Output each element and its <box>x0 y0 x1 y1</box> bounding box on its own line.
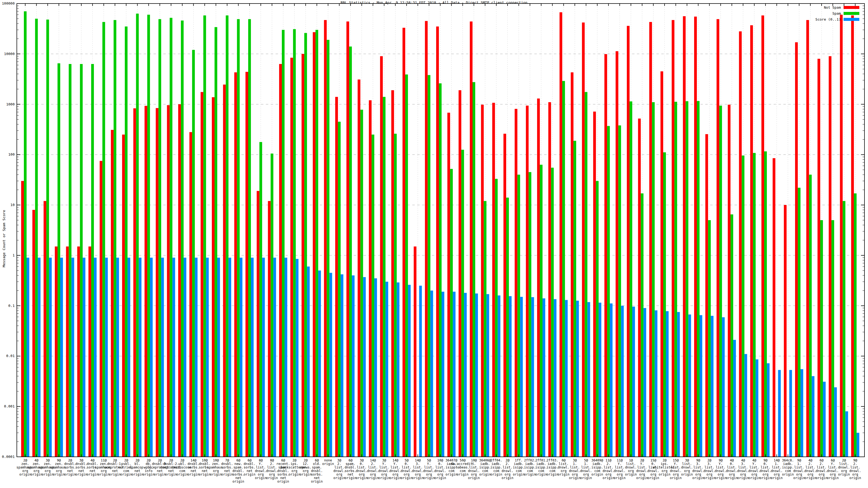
bar <box>235 72 237 457</box>
x-category-label: 4@2.list.dnswl.orgorigin <box>805 458 816 480</box>
x-category-label: 5@1.list.dnswl.orgorigin <box>580 458 592 480</box>
bar <box>293 29 296 457</box>
bar <box>548 102 551 457</box>
bar <box>38 258 40 457</box>
y-tick-label: 1000 <box>6 102 14 106</box>
bar <box>484 201 486 457</box>
bar <box>554 299 556 457</box>
x-category-label: 14@2.list.dnswl.orgorigin <box>367 458 379 480</box>
bar <box>571 72 574 457</box>
bar <box>607 126 610 457</box>
bar <box>99 161 102 457</box>
bar <box>851 15 854 457</box>
bar <box>744 354 747 457</box>
bar <box>122 134 125 457</box>
bar <box>560 12 562 457</box>
bars <box>21 11 859 457</box>
bar <box>358 79 361 457</box>
x-category-label: 36409@iadb.isipp.comorigin <box>591 458 603 476</box>
bar <box>817 59 820 457</box>
bar <box>498 295 500 457</box>
x-category-label: 11@Y.list.dnswl.orgorigin <box>614 458 625 480</box>
bar <box>240 258 243 457</box>
bar <box>604 54 607 457</box>
bar <box>136 13 139 457</box>
bar <box>315 30 318 457</box>
x-category-label: 3@Y.list.dnswl.orgorigin <box>378 458 390 480</box>
bar <box>643 308 646 457</box>
x-category-label: 6@old.spam.dnsbl.sorbs.netorigin <box>311 458 322 483</box>
chart-canvas: 1000001000010001001010.10.010.0010.0001 … <box>0 0 868 488</box>
bar <box>318 270 321 457</box>
bar <box>71 258 74 457</box>
bar <box>361 110 363 457</box>
bar <box>223 85 226 457</box>
bar <box>251 258 254 457</box>
bar <box>189 132 192 457</box>
page: { "title": "RBL Statistics - Mon Apr 9 1… <box>0 0 868 488</box>
bar <box>217 258 220 457</box>
legend-label-score: Score (0..1) <box>815 18 841 22</box>
bar <box>694 17 697 457</box>
bar <box>329 273 332 457</box>
bar <box>44 201 46 457</box>
bar <box>616 51 618 457</box>
bar <box>461 150 464 457</box>
bar <box>147 14 150 457</box>
bar <box>778 370 781 457</box>
bar <box>178 104 181 457</box>
bar <box>184 258 186 457</box>
x-category-label: 10@Y.list.dnswl.orgorigin <box>468 458 479 480</box>
bar <box>394 134 397 457</box>
bar <box>341 274 343 457</box>
bar <box>372 134 374 457</box>
bar <box>167 105 170 457</box>
bar <box>542 298 545 457</box>
x-category-label: 7@dnsbl.sorbs.netorigin <box>221 458 233 476</box>
bar <box>784 205 786 457</box>
bar <box>495 179 498 457</box>
bar <box>789 370 792 457</box>
bar <box>284 258 287 457</box>
bar <box>537 98 540 457</box>
bar <box>472 82 475 457</box>
bar <box>708 220 711 457</box>
bar <box>576 301 579 457</box>
bar <box>509 296 512 457</box>
x-category-label: 2@12.apews.orgorigin <box>300 458 311 476</box>
bar <box>385 282 388 457</box>
bar <box>83 258 86 457</box>
bar <box>596 181 599 457</box>
bar <box>470 22 472 457</box>
bar <box>663 152 666 457</box>
x-category-label: 3@list.dnswl.orgorigin <box>681 458 693 476</box>
legend-swatch-not-spam <box>844 6 859 9</box>
bar <box>632 306 635 457</box>
x-category-label: 14@1.list.dnswl.orgorigin <box>771 458 782 480</box>
bar <box>686 101 688 457</box>
bar <box>750 25 753 457</box>
x-category-label: 6@2.list.dnswl.orgorigin <box>816 458 827 480</box>
bar <box>215 27 217 457</box>
bar <box>731 215 733 457</box>
x-category-label: 2@list.dnswl.orgorigin <box>838 458 850 476</box>
bar <box>450 169 453 457</box>
x-category-label: 6@recent.spam.dnsbl.sorbs.netorigin <box>276 458 290 483</box>
bar <box>327 40 329 457</box>
x-category-label: 9@2.list.dnswl.orgorigin <box>849 458 861 480</box>
bar <box>212 97 215 457</box>
bar <box>150 258 153 457</box>
x-category-label: 6@spam.dnsbl.sorbs.netorigin <box>344 458 356 480</box>
bar <box>125 27 127 457</box>
bar <box>655 311 657 457</box>
bar <box>206 258 209 457</box>
bar <box>442 292 444 457</box>
bar <box>529 172 531 457</box>
bar <box>282 30 284 457</box>
x-category-label: 5@Y.list.dnswl.orgorigin <box>423 458 435 480</box>
bar <box>629 101 632 457</box>
bar <box>492 103 495 457</box>
y-tick-label: 100 <box>8 152 14 156</box>
bar <box>201 92 204 457</box>
chart-title: RBL Statistics - Mon Apr 9 12:58:31 EDT … <box>0 1 868 5</box>
